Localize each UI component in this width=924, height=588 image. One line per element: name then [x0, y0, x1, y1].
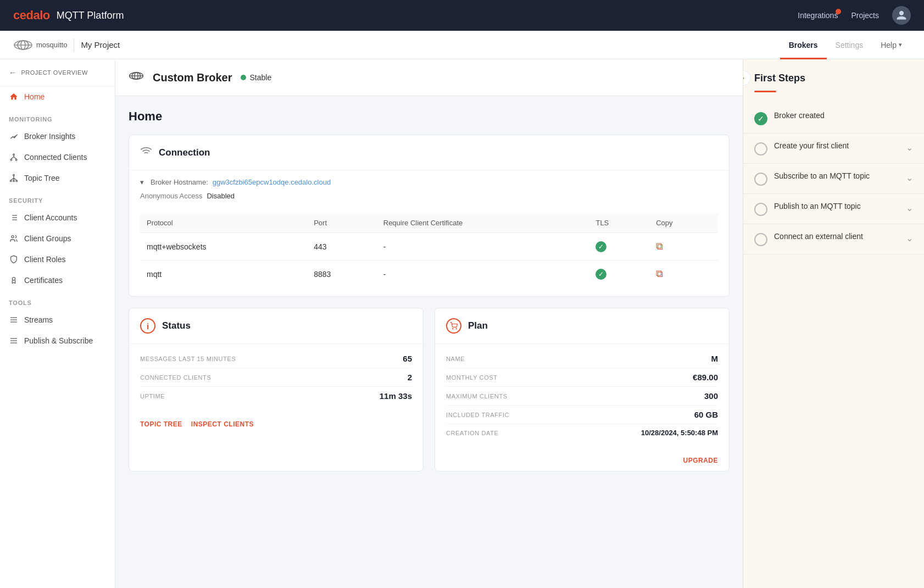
svg-point-5	[10, 159, 12, 160]
protocol-cell: mqtt	[140, 260, 307, 288]
messages-value: 65	[403, 354, 412, 363]
mosquitto-label: mosquitto	[36, 41, 67, 49]
plan-max-clients-label: MAXIMUM CLIENTS	[446, 393, 508, 400]
tls-check-icon: ✓	[595, 241, 606, 252]
plan-max-clients-stat: MAXIMUM CLIENTS 300	[446, 387, 718, 406]
step-label: Connect an external client	[774, 232, 899, 241]
tls-cell: ✓	[589, 233, 649, 260]
inspect-clients-link[interactable]: INSPECT CLIENTS	[191, 420, 254, 428]
status-card-footer: TOPIC TREE INSPECT CLIENTS	[129, 414, 423, 435]
top-nav-right: Integrations Projects	[798, 6, 911, 25]
col-copy: Copy	[649, 213, 718, 233]
hostname-row: ▾ Broker Hostname: ggw3cfzbi65epcw1odqe.…	[140, 178, 718, 186]
sidebar-item-streams[interactable]: Streams	[0, 309, 115, 330]
plan-cost-value: €89.00	[693, 373, 718, 382]
sidebar-item-client-groups[interactable]: Client Groups	[0, 228, 115, 249]
sidebar-item-topic-tree[interactable]: Topic Tree	[0, 168, 115, 188]
connection-info: ▾ Broker Hostname: ggw3cfzbi65epcw1odqe.…	[140, 170, 718, 213]
port-cell: 443	[307, 233, 377, 260]
cert-cell: -	[377, 260, 589, 288]
svg-point-17	[12, 236, 14, 238]
top-nav-left: cedalo MQTT Platform	[13, 8, 124, 23]
collapse-toggle[interactable]: ▾	[140, 178, 144, 186]
projects-link[interactable]: Projects	[851, 11, 879, 20]
anonymous-row: Anonymous Access Disabled	[140, 192, 718, 200]
chevron-down-icon: ⌄	[906, 203, 913, 213]
main-layout: ← PROJECT OVERVIEW Home MONITORING Broke…	[0, 59, 924, 588]
copy-cell[interactable]: ⧉	[649, 260, 718, 288]
status-card-header: i Status	[129, 308, 423, 344]
svg-point-8	[10, 180, 12, 182]
integrations-link[interactable]: Integrations	[798, 11, 838, 20]
user-avatar[interactable]	[892, 6, 911, 25]
chevron-down-icon: ▾	[899, 41, 902, 48]
step-item[interactable]: Broker created	[743, 103, 924, 134]
topic-tree-link[interactable]: TOPIC TREE	[140, 420, 182, 428]
sidebar-item-client-accounts[interactable]: Client Accounts	[0, 207, 115, 228]
sidebar-item-broker-insights[interactable]: Broker Insights	[0, 126, 115, 147]
svg-point-18	[12, 278, 15, 280]
copy-cell[interactable]: ⧉	[649, 233, 718, 260]
copy-button[interactable]: ⧉	[656, 241, 663, 252]
copy-button[interactable]: ⧉	[656, 268, 663, 279]
sidebar-item-connected-clients[interactable]: Connected Clients	[0, 147, 115, 168]
status-body: MESSAGES LAST 15 MINUTES 65 CONNECTED CL…	[129, 344, 423, 414]
sidebar-item-publish-subscribe[interactable]: Publish & Subscribe	[0, 330, 115, 351]
status-badge: Stable	[241, 73, 271, 82]
uptime-value: 11m 33s	[380, 391, 412, 401]
groups-icon	[9, 234, 19, 243]
plan-name-value: M	[711, 354, 719, 363]
plan-card-header: Plan	[435, 308, 729, 344]
sidebar: ← PROJECT OVERVIEW Home MONITORING Broke…	[0, 59, 115, 588]
plan-title: Plan	[468, 320, 488, 331]
steps-list: Broker createdCreate your first client⌄S…	[743, 103, 924, 254]
tab-help[interactable]: Help ▾	[872, 31, 911, 59]
step-label: Publish to an MQTT topic	[774, 202, 899, 210]
tls-cell: ✓	[589, 260, 649, 288]
tab-settings[interactable]: Settings	[827, 31, 872, 59]
page-content: Home Connection ▾	[115, 96, 743, 496]
step-check-empty-icon	[754, 173, 767, 186]
sidebar-item-certificates[interactable]: Certificates	[0, 270, 115, 291]
step-label: Create your first client	[774, 141, 899, 150]
integrations-wrap[interactable]: Integrations	[798, 11, 838, 20]
page-title: Home	[129, 109, 730, 124]
svg-point-9	[16, 180, 18, 182]
panel-underline	[754, 91, 776, 92]
sidebar-item-home[interactable]: Home	[0, 86, 115, 107]
project-name: My Project	[81, 40, 120, 49]
plan-traffic-value: 60 GB	[694, 410, 718, 419]
status-text: Stable	[249, 73, 271, 82]
step-item[interactable]: Create your first client⌄	[743, 134, 924, 164]
step-check-empty-icon	[754, 233, 767, 246]
topic-tree-icon	[9, 173, 19, 183]
hostname-value: ggw3cfzbi65epcw1odqe.cedalo.cloud	[213, 178, 331, 186]
broker-header: Custom Broker Stable	[115, 59, 743, 96]
plan-name-label: NAME	[446, 356, 465, 362]
step-item[interactable]: Subscribe to an MQTT topic⌄	[743, 164, 924, 194]
plan-name-stat: NAME M	[446, 350, 718, 368]
step-item[interactable]: Publish to an MQTT topic⌄	[743, 194, 924, 224]
cart-icon	[446, 318, 461, 334]
back-arrow-icon: ←	[9, 68, 17, 77]
content-area: Custom Broker Stable Home Connectio	[115, 59, 743, 588]
logo-platform: MQTT Platform	[57, 10, 124, 21]
list-icon	[9, 213, 19, 223]
tools-label: TOOLS	[0, 291, 115, 309]
plan-cost-label: MONTHLY COST	[446, 374, 498, 381]
table-row: mqtt+websockets443-✓⧉	[140, 233, 718, 260]
step-label: Broker created	[774, 111, 913, 120]
step-item[interactable]: Connect an external client⌄	[743, 224, 924, 254]
upgrade-link[interactable]: UPGRADE	[683, 457, 718, 464]
step-check-done-icon	[754, 112, 767, 125]
chevron-down-icon: ⌄	[906, 142, 913, 153]
status-title: Status	[162, 320, 191, 331]
top-nav: cedalo MQTT Platform Integrations Projec…	[0, 0, 924, 31]
tab-brokers[interactable]: Brokers	[780, 31, 827, 59]
second-nav-right: Brokers Settings Help ▾	[780, 31, 911, 59]
project-overview-link[interactable]: ← PROJECT OVERVIEW	[0, 59, 115, 86]
sidebar-item-client-roles[interactable]: Client Roles	[0, 249, 115, 270]
connection-body: ▾ Broker Hostname: ggw3cfzbi65epcw1odqe.…	[129, 170, 729, 296]
connected-clients-icon	[9, 152, 19, 162]
status-dot	[241, 75, 246, 80]
